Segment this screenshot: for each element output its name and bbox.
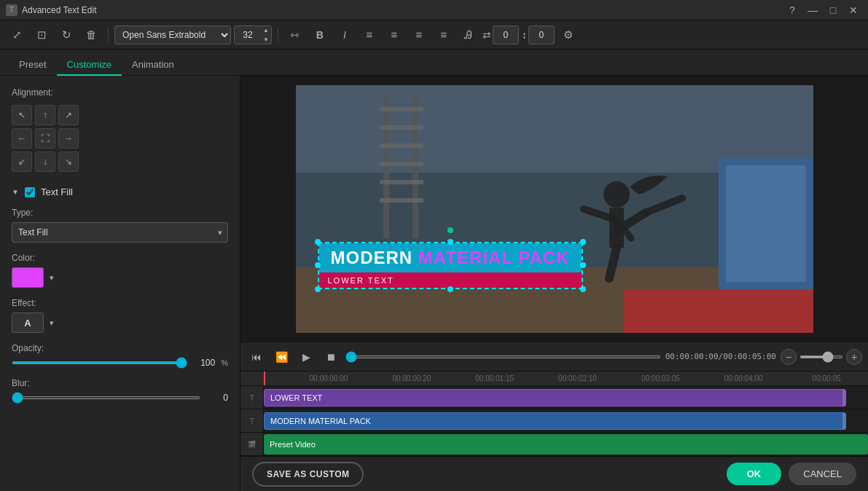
zoom-in-button[interactable]: + [846, 349, 862, 365]
blur-label: Blur: [12, 378, 228, 388]
handle-bottom-left[interactable] [315, 286, 321, 292]
delete-tool-button[interactable]: 🗑 [80, 24, 102, 46]
svg-rect-4 [380, 107, 423, 111]
rewind-button[interactable]: ⏮ [246, 347, 267, 367]
align-bottom-center-button[interactable]: ↓ [35, 152, 55, 172]
lower-text-clip[interactable]: LOWER TEXT [264, 389, 846, 406]
rotate-tool-button[interactable]: ↻ [55, 24, 77, 46]
help-button[interactable]: ? [783, 3, 801, 17]
opacity-slider[interactable] [12, 361, 187, 364]
more-options-button[interactable]: ⚙ [558, 24, 579, 46]
main-text-clip[interactable]: MODERN MATERIAL PACK [264, 412, 846, 430]
video-preview: MODERN MATERIAL PACK LOWER TEXT [296, 85, 813, 333]
text-spacing-button[interactable]: ⇿ [284, 24, 306, 46]
resize-tool-button[interactable]: ⊡ [31, 24, 52, 46]
align-center-button[interactable]: ≡ [383, 24, 405, 46]
font-size-down-button[interactable]: ▼ [261, 35, 271, 44]
title-bar: T Advanced Text Edit ? — □ ✕ [0, 0, 868, 20]
handle-top-center[interactable] [447, 239, 453, 245]
line-spacing-input[interactable]: 0 [528, 25, 555, 44]
effect-chevron-icon[interactable]: ▾ [50, 318, 54, 328]
text-direction-button[interactable]: Ꭿ [458, 24, 480, 46]
step-back-button[interactable]: ⏪ [271, 347, 292, 367]
effect-row: Effect: A ▾ [12, 298, 228, 333]
effect-control-row: A ▾ [12, 313, 228, 333]
handle-rotate[interactable] [447, 227, 453, 233]
align-bottom-right-button[interactable]: ↘ [58, 152, 79, 172]
overlay-main-text: MODERN MATERIAL PACK [331, 248, 570, 267]
move-tool-button[interactable]: ⤢ [6, 24, 28, 46]
selection-border: MODERN MATERIAL PACK LOWER TEXT [318, 242, 583, 289]
char-spacing-icon: ⇄ [482, 29, 491, 41]
clip-resize-handle-1[interactable] [842, 390, 845, 406]
bold-button[interactable]: B [309, 24, 331, 46]
justify-button[interactable]: ≡ [433, 24, 455, 46]
handle-middle-right[interactable] [580, 262, 586, 268]
text-fill-section-header[interactable]: ▼ Text Fill [12, 186, 228, 197]
align-middle-right-button[interactable]: → [58, 128, 79, 149]
handle-top-right[interactable] [580, 239, 586, 245]
track-label-t1: T [241, 386, 264, 409]
zoom-slider[interactable] [799, 356, 843, 358]
blur-slider[interactable] [12, 396, 200, 399]
play-button[interactable]: ▶ [296, 347, 316, 367]
effect-label: Effect: [12, 298, 228, 308]
stop-button[interactable]: ⏹ [321, 347, 341, 367]
align-middle-left-button[interactable]: ← [12, 128, 32, 149]
handle-middle-left[interactable] [315, 262, 321, 268]
blur-row: Blur: 0 [12, 378, 228, 403]
tab-preset[interactable]: Preset [9, 55, 57, 76]
text-fill-checkbox[interactable] [25, 187, 35, 197]
color-swatch[interactable] [12, 267, 44, 288]
ruler-mark-6: 00:00:05 [785, 374, 868, 382]
align-top-left-button[interactable]: ↖ [12, 105, 32, 125]
line-spacing-icon: ↕ [522, 29, 527, 41]
align-bottom-left-button[interactable]: ↙ [12, 152, 32, 172]
font-size-up-button[interactable]: ▲ [261, 25, 271, 35]
maximize-button[interactable]: □ [824, 3, 842, 17]
ok-button[interactable]: OK [727, 463, 782, 485]
sub-text-box: LOWER TEXT [319, 272, 582, 288]
align-left-button[interactable]: ≡ [359, 24, 380, 46]
color-row: Color: ▾ [12, 253, 228, 288]
zoom-controls: − + [781, 349, 862, 365]
video-track: 🎬 Preset Video [241, 433, 868, 456]
tab-animation[interactable]: Animation [122, 55, 184, 76]
video-background [296, 85, 813, 333]
align-right-button[interactable]: ≡ [408, 24, 430, 46]
clip-resize-handle-2[interactable] [842, 413, 845, 429]
handle-top-left[interactable] [315, 239, 321, 245]
playback-scrubber[interactable] [345, 356, 661, 358]
close-button[interactable]: ✕ [845, 3, 862, 17]
cancel-button[interactable]: CANCEL [789, 463, 856, 485]
zoom-out-button[interactable]: − [781, 349, 797, 365]
toolbar-separator-1 [108, 28, 109, 42]
char-spacing-input[interactable]: 0 [493, 25, 519, 44]
minimize-button[interactable]: — [804, 3, 821, 17]
window-controls: ? — □ ✕ [783, 3, 862, 17]
ruler-mark-4: 00:00:03:05 [619, 374, 702, 382]
time-display: 00:00:00:00/00:00:05:00 [665, 352, 776, 361]
video-clip[interactable]: Preset Video [264, 434, 868, 455]
effect-value-box[interactable]: A [12, 313, 44, 333]
tab-customize[interactable]: Customize [57, 55, 122, 76]
font-family-select[interactable]: Open Sans Extrabold [114, 25, 231, 44]
track-content-t1: LOWER TEXT [264, 386, 868, 409]
type-label: Type: [12, 208, 228, 218]
tab-bar: Preset Customize Animation [0, 50, 868, 76]
playhead[interactable] [264, 372, 265, 385]
type-select[interactable]: Text Fill [12, 222, 228, 243]
opacity-unit: % [221, 358, 228, 367]
align-center-button[interactable]: ⛶ [35, 128, 55, 149]
save-as-custom-button[interactable]: SAVE AS CUSTOM [252, 462, 364, 487]
blur-slider-row: 0 [12, 393, 228, 403]
color-chevron-icon[interactable]: ▾ [50, 273, 54, 283]
handle-bottom-right[interactable] [580, 286, 586, 292]
italic-button[interactable]: I [334, 24, 356, 46]
main-content: Alignment: ↖ ↑ ↗ ← ⛶ → ↙ ↓ ↘ ▼ Text Fill… [0, 76, 868, 491]
align-top-center-button[interactable]: ↑ [35, 105, 55, 125]
opacity-value: 100 [193, 358, 215, 368]
handle-bottom-center[interactable] [447, 286, 453, 292]
align-top-right-button[interactable]: ↗ [58, 105, 79, 125]
font-size-input[interactable]: 32 [235, 30, 261, 40]
